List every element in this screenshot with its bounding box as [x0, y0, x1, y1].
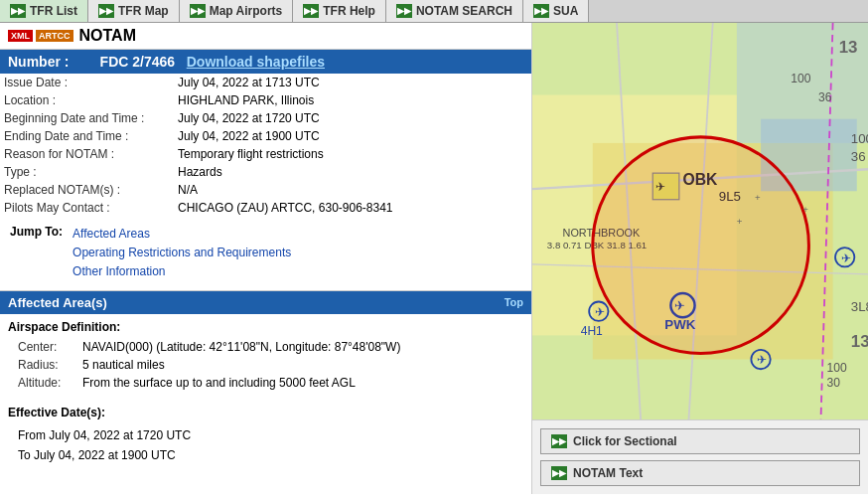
airspace-title: Airspace Definition: — [8, 320, 523, 334]
location-value: HIGHLAND PARK, Illinois — [174, 91, 531, 109]
effective-to: To July 04, 2022 at 1900 UTC — [18, 445, 523, 465]
reason-label: Reason for NOTAM : — [0, 145, 174, 163]
effective-from: From July 04, 2022 at 1720 UTC — [18, 425, 523, 445]
right-panel: 13 100 36 100 36 13 100 30 3L89S6 ✈ 4H1 … — [531, 23, 868, 494]
jump-links: Affected Areas Operating Restrictions an… — [72, 225, 291, 282]
ending-date-value: July 04, 2022 at 1900 UTC — [174, 127, 531, 145]
tab-sua[interactable]: ▶▶ SUA — [523, 0, 589, 22]
affected-area-header: Affected Area(s) Top — [0, 291, 531, 314]
sectional-btn-label: Click for Sectional — [573, 434, 677, 448]
jump-row: Jump To: Affected Areas Operating Restri… — [10, 225, 291, 282]
affected-area-title: Affected Area(s) — [8, 295, 107, 310]
sectional-btn-icon: ▶▶ — [551, 434, 567, 448]
altitude-value: From the surface up to and including 500… — [82, 376, 356, 390]
notam-search-icon: ▶▶ — [396, 4, 412, 18]
svg-text:✈: ✈ — [757, 353, 767, 367]
notam-info-table: Issue Date : July 04, 2022 at 1713 UTC L… — [0, 74, 531, 217]
tfr-list-icon: ▶▶ — [10, 4, 26, 18]
sectional-map-svg: 13 100 36 100 36 13 100 30 3L89S6 ✈ 4H1 … — [532, 23, 868, 419]
left-panel: XML ARTCC NOTAM Number : FDC 2/7466 Down… — [0, 23, 531, 494]
effective-details: From July 04, 2022 at 1720 UTC To July 0… — [18, 425, 523, 466]
issue-date-value: July 04, 2022 at 1713 UTC — [174, 74, 531, 91]
type-label: Type : — [0, 163, 174, 181]
number-value: FDC 2/7466 — [100, 54, 175, 70]
location-label: Location : — [0, 91, 174, 109]
jump-affected-areas-link[interactable]: Affected Areas — [72, 225, 291, 244]
replaced-value: N/A — [174, 181, 531, 199]
svg-text:100: 100 — [827, 361, 847, 375]
jump-operating-restrictions-link[interactable]: Operating Restrictions and Requirements — [72, 244, 291, 262]
effective-title: Effective Date(s): — [8, 406, 523, 419]
beginning-date-row: Beginning Date and Time : July 04, 2022 … — [0, 109, 531, 127]
radius-label: Radius: — [18, 358, 82, 372]
tab-tfr-help[interactable]: ▶▶ TFR Help — [293, 0, 386, 22]
type-row: Type : Hazards — [0, 163, 531, 181]
xml-badge: XML — [8, 30, 33, 42]
ending-date-label: Ending Date and Time : — [0, 127, 174, 145]
svg-text:36: 36 — [818, 90, 832, 104]
svg-text:36: 36 — [851, 149, 866, 164]
tab-tfr-list[interactable]: ▶▶ TFR List — [0, 0, 88, 22]
tab-map-airports-label: Map Airports — [210, 4, 283, 18]
notam-text-btn-label: NOTAM Text — [573, 466, 643, 480]
jump-section: Jump To: Affected Areas Operating Restri… — [0, 217, 531, 290]
tab-tfr-map-label: TFR Map — [118, 4, 169, 18]
reason-row: Reason for NOTAM : Temporary flight rest… — [0, 145, 531, 163]
svg-text:+: + — [737, 216, 743, 227]
type-value: Hazards — [174, 163, 531, 181]
contact-value: CHICAGO (ZAU) ARTCC, 630-906-8341 — [174, 199, 531, 217]
tfr-help-icon: ▶▶ — [303, 4, 319, 18]
airspace-details: Center: NAVAID(000) (Latitude: 42°11'08"… — [18, 340, 523, 390]
jump-other-information-link[interactable]: Other Information — [72, 262, 291, 281]
navigation-tabs: ▶▶ TFR List ▶▶ TFR Map ▶▶ Map Airports ▶… — [0, 0, 868, 23]
number-label: Number : — [8, 54, 69, 70]
radius-row: Radius: 5 nautical miles — [18, 358, 523, 372]
notam-header: XML ARTCC NOTAM — [0, 23, 531, 50]
tfr-map-icon: ▶▶ — [98, 4, 114, 18]
jump-label: Jump To: — [10, 225, 71, 282]
map-area: 13 100 36 100 36 13 100 30 3L89S6 ✈ 4H1 … — [532, 23, 868, 419]
top-link[interactable]: Top — [505, 296, 523, 308]
svg-text:30: 30 — [827, 376, 841, 390]
main-content: XML ARTCC NOTAM Number : FDC 2/7466 Down… — [0, 23, 868, 494]
contact-row: Pilots May Contact : CHICAGO (ZAU) ARTCC… — [0, 199, 531, 217]
airspace-section: Airspace Definition: Center: NAVAID(000)… — [0, 314, 531, 400]
issue-date-row: Issue Date : July 04, 2022 at 1713 UTC — [0, 74, 531, 91]
svg-text:3L89S6: 3L89S6 — [851, 299, 868, 314]
reason-value: Temporary flight restrictions — [174, 145, 531, 163]
notam-text-button[interactable]: ▶▶ NOTAM Text — [540, 460, 860, 486]
effective-section: Effective Date(s): From July 04, 2022 at… — [0, 400, 531, 472]
map-buttons: ▶▶ Click for Sectional ▶▶ NOTAM Text — [532, 419, 868, 494]
center-label: Center: — [18, 340, 82, 354]
beginning-date-label: Beginning Date and Time : — [0, 109, 174, 127]
svg-text:4H1: 4H1 — [581, 324, 603, 338]
svg-point-35 — [593, 137, 809, 354]
tab-tfr-list-label: TFR List — [30, 4, 77, 18]
tab-map-airports[interactable]: ▶▶ Map Airports — [180, 0, 294, 22]
sua-icon: ▶▶ — [533, 4, 549, 18]
location-row: Location : HIGHLAND PARK, Illinois — [0, 91, 531, 109]
svg-text:100: 100 — [851, 131, 868, 146]
issue-date-label: Issue Date : — [0, 74, 174, 91]
svg-text:+: + — [802, 204, 808, 215]
contact-label: Pilots May Contact : — [0, 199, 174, 217]
radius-value: 5 nautical miles — [82, 358, 165, 372]
tab-tfr-map[interactable]: ▶▶ TFR Map — [88, 0, 180, 22]
notam-title: NOTAM — [79, 27, 136, 45]
artcc-badge: ARTCC — [36, 30, 73, 42]
download-shapefiles-link[interactable]: Download shapefiles — [187, 54, 325, 70]
center-row: Center: NAVAID(000) (Latitude: 42°11'08"… — [18, 340, 523, 354]
svg-text:13: 13 — [839, 38, 858, 57]
replaced-row: Replaced NOTAM(s) : N/A — [0, 181, 531, 199]
altitude-row: Altitude: From the surface up to and inc… — [18, 376, 523, 390]
notam-number-header: Number : FDC 2/7466 Download shapefiles — [0, 50, 531, 74]
replaced-label: Replaced NOTAM(s) : — [0, 181, 174, 199]
svg-text:100: 100 — [791, 72, 810, 85]
ending-date-row: Ending Date and Time : July 04, 2022 at … — [0, 127, 531, 145]
click-for-sectional-button[interactable]: ▶▶ Click for Sectional — [540, 428, 860, 454]
svg-text:✈: ✈ — [841, 251, 851, 265]
jump-table: Jump To: Affected Areas Operating Restri… — [8, 223, 293, 284]
tab-notam-search[interactable]: ▶▶ NOTAM SEARCH — [386, 0, 523, 22]
svg-text:13: 13 — [851, 332, 868, 351]
tab-sua-label: SUA — [553, 4, 578, 18]
